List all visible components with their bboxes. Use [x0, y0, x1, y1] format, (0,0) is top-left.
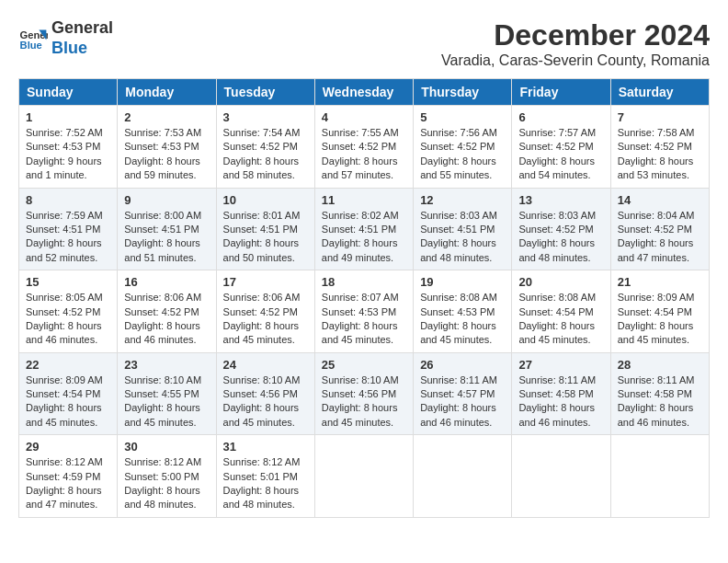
day-number: 23	[124, 358, 209, 372]
sunset-label: Sunset: 4:52 PM	[518, 141, 593, 152]
sunrise-label: Sunrise: 8:04 AM	[618, 210, 695, 221]
day-info: Sunrise: 7:53 AM Sunset: 4:53 PM Dayligh…	[124, 126, 209, 183]
day-info: Sunrise: 8:11 AM Sunset: 4:58 PM Dayligh…	[518, 373, 603, 431]
day-info: Sunrise: 8:05 AM Sunset: 4:52 PM Dayligh…	[26, 291, 110, 348]
day-info: Sunrise: 8:03 AM Sunset: 4:52 PM Dayligh…	[518, 209, 603, 266]
daylight-label: Daylight: 8 hours and 55 minutes.	[420, 155, 496, 180]
day-info: Sunrise: 7:56 AM Sunset: 4:52 PM Dayligh…	[420, 126, 505, 183]
week-row-2: 8 Sunrise: 7:59 AM Sunset: 4:51 PM Dayli…	[19, 188, 710, 270]
sunset-label: Sunset: 4:52 PM	[26, 306, 100, 317]
daylight-label: Daylight: 8 hours and 57 minutes.	[322, 155, 398, 180]
day-number: 1	[26, 110, 110, 124]
day-info: Sunrise: 8:12 AM Sunset: 5:00 PM Dayligh…	[124, 455, 209, 512]
day-info: Sunrise: 8:12 AM Sunset: 5:01 PM Dayligh…	[223, 455, 308, 512]
day-info: Sunrise: 7:59 AM Sunset: 4:51 PM Dayligh…	[26, 209, 110, 266]
sunrise-label: Sunrise: 7:54 AM	[223, 127, 301, 138]
sunset-label: Sunset: 5:00 PM	[124, 471, 199, 482]
calendar-cell: 1 Sunrise: 7:52 AM Sunset: 4:53 PM Dayli…	[19, 106, 118, 189]
sunset-label: Sunset: 4:55 PM	[124, 388, 199, 399]
day-number: 2	[124, 110, 209, 124]
day-info: Sunrise: 8:09 AM Sunset: 4:54 PM Dayligh…	[26, 373, 110, 431]
daylight-label: Daylight: 8 hours and 45 minutes.	[26, 402, 102, 427]
calendar-cell: 16 Sunrise: 8:06 AM Sunset: 4:52 PM Dayl…	[118, 270, 216, 353]
week-row-1: 1 Sunrise: 7:52 AM Sunset: 4:53 PM Dayli…	[19, 106, 710, 189]
main-title: December 2024	[441, 18, 710, 52]
day-number: 10	[223, 193, 308, 207]
calendar-cell: 2 Sunrise: 7:53 AM Sunset: 4:53 PM Dayli…	[118, 106, 216, 189]
sunrise-label: Sunrise: 8:11 AM	[618, 374, 695, 385]
calendar-cell: 29 Sunrise: 8:12 AM Sunset: 4:59 PM Dayl…	[19, 435, 118, 518]
sunrise-label: Sunrise: 7:53 AM	[124, 127, 201, 138]
day-info: Sunrise: 8:10 AM Sunset: 4:56 PM Dayligh…	[322, 373, 406, 431]
header-saturday: Saturday	[610, 79, 709, 106]
daylight-label: Daylight: 8 hours and 53 minutes.	[618, 155, 694, 180]
sunrise-label: Sunrise: 8:08 AM	[420, 292, 497, 303]
calendar-cell: 18 Sunrise: 8:07 AM Sunset: 4:53 PM Dayl…	[314, 270, 413, 353]
day-info: Sunrise: 8:04 AM Sunset: 4:52 PM Dayligh…	[618, 209, 702, 266]
sunrise-label: Sunrise: 8:06 AM	[124, 292, 201, 303]
sunset-label: Sunset: 4:52 PM	[223, 141, 298, 152]
day-info: Sunrise: 8:10 AM Sunset: 4:56 PM Dayligh…	[223, 373, 308, 431]
sunrise-label: Sunrise: 7:55 AM	[322, 127, 399, 138]
sunset-label: Sunset: 4:51 PM	[420, 224, 495, 235]
day-number: 5	[420, 110, 505, 124]
day-info: Sunrise: 8:12 AM Sunset: 4:59 PM Dayligh…	[26, 455, 110, 512]
daylight-label: Daylight: 8 hours and 45 minutes.	[223, 320, 300, 345]
week-row-4: 22 Sunrise: 8:09 AM Sunset: 4:54 PM Dayl…	[19, 352, 710, 435]
day-number: 13	[518, 193, 603, 207]
day-number: 16	[124, 275, 209, 289]
calendar-cell: 17 Sunrise: 8:06 AM Sunset: 4:52 PM Dayl…	[216, 270, 314, 353]
sunrise-label: Sunrise: 8:10 AM	[124, 374, 201, 385]
sunset-label: Sunset: 4:52 PM	[322, 141, 396, 152]
sunset-label: Sunset: 4:53 PM	[26, 141, 100, 152]
header-tuesday: Tuesday	[216, 79, 314, 106]
daylight-label: Daylight: 8 hours and 49 minutes.	[322, 237, 398, 262]
calendar-cell: 14 Sunrise: 8:04 AM Sunset: 4:52 PM Dayl…	[610, 188, 709, 270]
logo-blue: Blue	[51, 39, 113, 59]
sunrise-label: Sunrise: 8:06 AM	[223, 292, 301, 303]
svg-text:Blue: Blue	[20, 40, 42, 51]
calendar-cell: 7 Sunrise: 7:58 AM Sunset: 4:52 PM Dayli…	[610, 106, 709, 189]
day-info: Sunrise: 8:00 AM Sunset: 4:51 PM Dayligh…	[124, 209, 209, 266]
sunrise-label: Sunrise: 8:03 AM	[518, 210, 596, 221]
sunset-label: Sunset: 4:52 PM	[618, 141, 692, 152]
sunset-label: Sunset: 4:54 PM	[618, 306, 692, 317]
sunrise-label: Sunrise: 8:09 AM	[26, 374, 103, 385]
sunset-label: Sunset: 4:56 PM	[223, 388, 298, 399]
sunrise-label: Sunrise: 8:08 AM	[518, 292, 596, 303]
sunset-label: Sunset: 4:57 PM	[420, 388, 495, 399]
daylight-label: Daylight: 8 hours and 48 minutes.	[518, 237, 595, 262]
day-number: 21	[618, 275, 702, 289]
calendar-cell: 20 Sunrise: 8:08 AM Sunset: 4:54 PM Dayl…	[512, 270, 610, 353]
calendar-cell: 28 Sunrise: 8:11 AM Sunset: 4:58 PM Dayl…	[610, 352, 709, 435]
calendar-cell: 24 Sunrise: 8:10 AM Sunset: 4:56 PM Dayl…	[216, 352, 314, 435]
day-number: 3	[223, 110, 308, 124]
day-info: Sunrise: 8:09 AM Sunset: 4:54 PM Dayligh…	[618, 291, 702, 348]
sunset-label: Sunset: 4:52 PM	[223, 306, 298, 317]
day-number: 25	[322, 358, 406, 372]
header-sunday: Sunday	[19, 79, 118, 106]
sunrise-label: Sunrise: 7:56 AM	[420, 127, 497, 138]
daylight-label: Daylight: 9 hours and 1 minute.	[26, 155, 102, 180]
daylight-label: Daylight: 8 hours and 46 minutes.	[618, 402, 694, 427]
calendar-cell: 4 Sunrise: 7:55 AM Sunset: 4:52 PM Dayli…	[314, 106, 413, 189]
day-number: 6	[518, 110, 603, 124]
day-info: Sunrise: 8:03 AM Sunset: 4:51 PM Dayligh…	[420, 209, 505, 266]
day-info: Sunrise: 7:52 AM Sunset: 4:53 PM Dayligh…	[26, 126, 110, 183]
sunrise-label: Sunrise: 8:05 AM	[26, 292, 103, 303]
day-info: Sunrise: 7:57 AM Sunset: 4:52 PM Dayligh…	[518, 126, 603, 183]
sunrise-label: Sunrise: 8:00 AM	[124, 210, 201, 221]
calendar-cell: 12 Sunrise: 8:03 AM Sunset: 4:51 PM Dayl…	[414, 188, 512, 270]
sunset-label: Sunset: 4:58 PM	[618, 388, 692, 399]
calendar-cell: 8 Sunrise: 7:59 AM Sunset: 4:51 PM Dayli…	[19, 188, 118, 270]
sunrise-label: Sunrise: 8:09 AM	[618, 292, 695, 303]
calendar-cell: 5 Sunrise: 7:56 AM Sunset: 4:52 PM Dayli…	[414, 106, 512, 189]
calendar-cell: 26 Sunrise: 8:11 AM Sunset: 4:57 PM Dayl…	[414, 352, 512, 435]
day-info: Sunrise: 7:55 AM Sunset: 4:52 PM Dayligh…	[322, 126, 406, 183]
calendar-cell: 10 Sunrise: 8:01 AM Sunset: 4:51 PM Dayl…	[216, 188, 314, 270]
sunset-label: Sunset: 4:51 PM	[124, 224, 199, 235]
day-info: Sunrise: 8:06 AM Sunset: 4:52 PM Dayligh…	[223, 291, 308, 348]
daylight-label: Daylight: 8 hours and 45 minutes.	[518, 320, 595, 345]
sunset-label: Sunset: 4:58 PM	[518, 388, 593, 399]
calendar-cell: 23 Sunrise: 8:10 AM Sunset: 4:55 PM Dayl…	[118, 352, 216, 435]
